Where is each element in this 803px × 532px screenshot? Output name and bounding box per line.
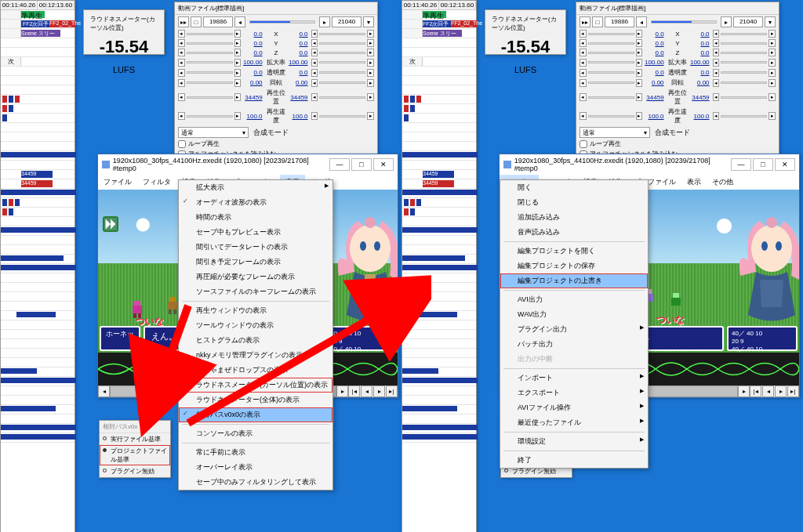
- menu-item[interactable]: 常に手前に表示: [179, 445, 332, 460]
- clip[interactable]: FF2_02_The: [49, 20, 76, 27]
- loudness-meter: ラウドネスメーター(カーソル位置) -15.54 LUFS: [485, 9, 566, 55]
- svg-rect-31: [671, 298, 681, 306]
- maximize-button[interactable]: □: [351, 158, 372, 171]
- menu-item[interactable]: インポート▶: [500, 371, 648, 385]
- property-panel[interactable]: 動画ファイル[標準描画] ▸▸ □ 19886 ◂ ▸ 21040 ▾ ◂▸0.…: [174, 2, 378, 177]
- menu-item[interactable]: オーバーレイ表示: [179, 460, 332, 475]
- menu-item[interactable]: ツールウィンドウの表示: [179, 318, 332, 333]
- svg-point-35: [766, 217, 777, 228]
- stats-box: 40／ 40 10 20 9 40／ 40 10: [325, 326, 396, 351]
- frame-end[interactable]: 21040: [332, 16, 362, 27]
- menu-item[interactable]: 間引き予定フレームの表示: [179, 255, 332, 270]
- menu-item[interactable]: 再圧縮が必要なフレームの表示: [179, 270, 332, 284]
- menu-item: 出力の中断: [500, 352, 648, 367]
- menu-item[interactable]: 追加読み込み: [500, 210, 648, 225]
- menu-item[interactable]: 閉じる: [500, 195, 648, 210]
- menu-item[interactable]: セーブ中のみフィルタリングして表示: [179, 475, 332, 490]
- menu-item[interactable]: 編集プロジェクトの保存: [500, 259, 648, 273]
- svg-rect-0: [134, 301, 140, 306]
- menu-item[interactable]: 再生ウィンドウの表示: [179, 303, 332, 318]
- seek-start-button[interactable]: |◂: [348, 385, 360, 397]
- svg-point-32: [751, 225, 792, 272]
- menu-item[interactable]: ごちゃまぜドロップスの表示: [179, 363, 332, 378]
- menu-item[interactable]: バッチ出力: [500, 337, 648, 352]
- blend-mode-select[interactable]: 通常▾: [178, 127, 249, 138]
- menu-item[interactable]: コンソールの表示: [179, 426, 332, 441]
- display-menu-dropdown[interactable]: 拡大表示▶✓オーディオ波形の表示時間の表示セーブ中もプレビュー表示間引いてデータ…: [178, 179, 333, 490]
- prev-keyframe-button[interactable]: ▸▸: [178, 16, 189, 27]
- menu-item[interactable]: 編集プロジェクトを開く: [500, 244, 648, 259]
- close-button[interactable]: ✕: [373, 158, 394, 171]
- property-panel[interactable]: 動画ファイル[標準描画] ▸▸□ 19886◂ ▸21040▾ ◂▸0.0X0.…: [576, 2, 779, 177]
- timeline-panel[interactable]: 00:11:40.2600:12:13.60 準再生 FF2次回予FF2_02_…: [0, 0, 75, 532]
- menu-filter[interactable]: フィルタ: [137, 175, 176, 190]
- window-titlebar[interactable]: 1920x1080_30fps_44100Hz.exedit (1920,108…: [98, 154, 398, 175]
- menu-item[interactable]: ラウドネスメーター(全体)の表示: [179, 393, 332, 407]
- menu-item[interactable]: ヒストグラムの表示: [179, 333, 332, 348]
- menu-item[interactable]: ソースファイルのキーフレームの表示: [179, 284, 332, 299]
- btn[interactable]: □: [191, 16, 202, 27]
- menu-item[interactable]: 拡大表示▶: [179, 180, 332, 195]
- svg-point-15: [350, 225, 391, 272]
- menu-item[interactable]: 開く: [500, 180, 648, 195]
- timeline-ruler: 00:11:40.2600:12:13.60: [1, 1, 74, 10]
- menu-item[interactable]: AVIファイル操作▶: [500, 400, 648, 415]
- svg-rect-19: [365, 274, 376, 282]
- menu-item[interactable]: エクスポート▶: [500, 385, 648, 400]
- frame-start[interactable]: 19886: [203, 16, 233, 27]
- svg-rect-5: [168, 302, 177, 309]
- loop-checkbox[interactable]: ループ再生: [178, 139, 374, 148]
- dialogue-name: ホーネッ: [100, 326, 140, 351]
- svg-point-33: [761, 241, 768, 251]
- relpath-option[interactable]: プロジェクトファイル基準: [100, 445, 170, 465]
- step-fwd-button[interactable]: ▸: [373, 385, 385, 397]
- relpath-option[interactable]: 実行ファイル基準: [100, 433, 170, 445]
- menu-item[interactable]: ✓オーディオ波形の表示: [179, 195, 332, 210]
- relpath-option[interactable]: プラグイン無効: [100, 465, 170, 477]
- loudness-meter: ラウドネスメーター(カーソル位置) -15.54 LUFS: [83, 9, 165, 55]
- menu-item[interactable]: 間引いてデータレートの表示: [179, 240, 332, 255]
- clip[interactable]: 準再生: [21, 11, 45, 18]
- menu-item[interactable]: 終了: [500, 453, 648, 468]
- scroll-left-button[interactable]: ◂: [98, 385, 110, 397]
- menu-item[interactable]: AVI出力: [500, 292, 648, 307]
- menu-item[interactable]: WAV出力: [500, 307, 648, 322]
- svg-point-18: [365, 217, 376, 228]
- svg-point-17: [374, 241, 380, 251]
- row-label: 次: [1, 57, 21, 66]
- svg-point-34: [776, 241, 782, 251]
- svg-rect-30: [673, 293, 679, 298]
- menu-item[interactable]: 時間の表示: [179, 210, 332, 225]
- minimize-button[interactable]: —: [329, 158, 350, 171]
- menu-item[interactable]: ✓相対パスv0x0の表示: [179, 407, 332, 422]
- clip[interactable]: FF2次回予: [21, 20, 49, 27]
- menu-item[interactable]: 音声読み込み: [500, 225, 648, 240]
- menu-file[interactable]: ファイル: [98, 175, 137, 190]
- svg-rect-7: [173, 309, 176, 314]
- menu-item[interactable]: プラグイン出力▶: [500, 322, 648, 337]
- seek-end-button[interactable]: ▸|: [386, 385, 398, 397]
- main-window[interactable]: 1920x1080_30fps_44100Hz.exedit (1920,108…: [499, 154, 800, 398]
- menu-item[interactable]: セーブ中もプレビュー表示: [179, 225, 332, 240]
- svg-rect-4: [169, 297, 176, 302]
- svg-rect-1: [133, 306, 142, 313]
- svg-rect-6: [169, 309, 172, 314]
- menu-item[interactable]: 最近使ったファイル▶: [500, 415, 648, 430]
- app-icon: [102, 161, 110, 168]
- main-window[interactable]: 1920x1080_30fps_44100Hz.exedit (1920,108…: [97, 154, 398, 398]
- step-back-button[interactable]: ◂: [361, 385, 372, 397]
- svg-point-16: [360, 241, 366, 251]
- timeline-panel[interactable]: 00:11:40.2600:12:13.60 準再生 FF2次回予FF2_02_…: [402, 0, 477, 532]
- menu-item[interactable]: 編集プロジェクトの上書き: [500, 273, 648, 288]
- file-menu-dropdown[interactable]: 開く閉じる追加読み込み音声読み込み編集プロジェクトを開く編集プロジェクトの保存編…: [500, 179, 649, 469]
- relative-path-popup[interactable]: 相対パスv0x実行ファイル基準プロジェクトファイル基準プラグイン無効: [99, 420, 171, 478]
- play-overlay-icon[interactable]: [103, 216, 118, 232]
- menu-item[interactable]: 環境設定▶: [500, 434, 648, 449]
- clip[interactable]: Scene スリー: [21, 30, 60, 37]
- menu-item[interactable]: nkkyメモリ管理プラグインの表示: [179, 348, 332, 363]
- prop-title: 動画ファイル[標準描画]: [175, 2, 377, 15]
- menu-item[interactable]: ✓ラウドネスメーター(カーソル位置)の表示: [179, 378, 332, 393]
- scroll-right-button[interactable]: ▸: [336, 385, 348, 397]
